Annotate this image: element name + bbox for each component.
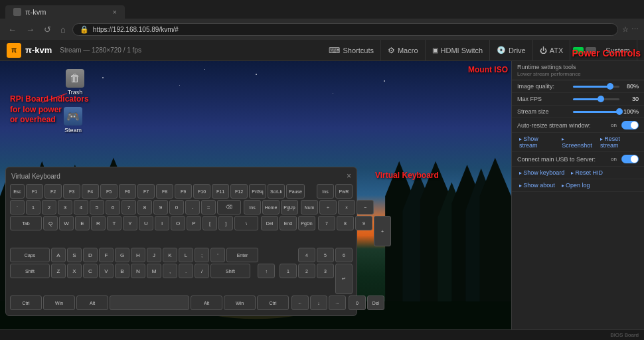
key-k[interactable]: K xyxy=(163,248,177,262)
key-2[interactable]: 2 xyxy=(42,200,56,214)
key-5[interactable]: 5 xyxy=(90,200,104,214)
key-j[interactable]: J xyxy=(147,248,161,262)
key-8[interactable]: 8 xyxy=(137,200,152,214)
key-lshift[interactable]: Shift xyxy=(10,264,50,278)
home-button[interactable]: ⌂ xyxy=(58,23,68,36)
key-num4[interactable]: 4 xyxy=(298,248,315,262)
nav-drive[interactable]: 💿 Drive xyxy=(490,40,533,61)
steam-icon-desktop[interactable]: 🎮 Steam xyxy=(61,104,85,136)
max-fps-slider[interactable] xyxy=(573,98,619,100)
key-f3[interactable]: F3 xyxy=(63,184,80,199)
key-g[interactable]: G xyxy=(115,248,129,262)
key-rctrl[interactable]: Ctrl xyxy=(257,296,289,310)
key-w[interactable]: W xyxy=(59,216,74,230)
key-l[interactable]: L xyxy=(179,248,193,262)
key-ins2[interactable]: Ins xyxy=(244,200,261,214)
key-0[interactable]: 0 xyxy=(169,200,184,214)
image-quality-slider[interactable] xyxy=(573,86,619,88)
key-num1[interactable]: 1 xyxy=(280,264,297,278)
key-u[interactable]: U xyxy=(139,216,153,230)
key-rwin[interactable]: Win xyxy=(224,296,256,310)
key-e[interactable]: E xyxy=(75,216,90,230)
key-pwr[interactable]: PwR xyxy=(335,184,353,199)
key-backtick[interactable]: ` xyxy=(10,200,25,214)
key-z[interactable]: Z xyxy=(51,264,66,278)
key-num6[interactable]: 6 xyxy=(335,248,353,262)
key-f9[interactable]: F9 xyxy=(175,184,192,199)
key-pgup[interactable]: PgUp xyxy=(281,200,298,214)
key-numlock[interactable]: Num xyxy=(301,200,318,214)
key-scrlk[interactable]: ScrLk xyxy=(268,184,285,199)
key-f8[interactable]: F8 xyxy=(156,184,173,199)
key-num3[interactable]: 3 xyxy=(317,264,334,278)
open-log-link[interactable]: Open log xyxy=(560,181,592,189)
key-c[interactable]: C xyxy=(83,264,98,278)
menu-icon[interactable]: ⋯ xyxy=(631,25,639,34)
key-f7[interactable]: F7 xyxy=(137,184,155,199)
key-lalt[interactable]: Alt xyxy=(76,296,108,310)
nav-macro[interactable]: ⚙ Macro xyxy=(381,40,426,61)
key-down[interactable]: ↓ xyxy=(310,296,327,310)
key-esc[interactable]: Esc xyxy=(10,184,25,199)
browser-tab[interactable]: π-kvm × xyxy=(5,5,125,19)
key-up[interactable]: ↑ xyxy=(258,264,275,278)
key-o[interactable]: O xyxy=(171,216,185,230)
key-del[interactable]: Del xyxy=(261,216,278,230)
key-quote[interactable]: ' xyxy=(210,248,225,262)
key-num0[interactable]: 0 xyxy=(349,296,366,310)
key-3[interactable]: 3 xyxy=(58,200,72,214)
key-9[interactable]: 9 xyxy=(153,200,168,214)
key-lctrl[interactable]: Ctrl xyxy=(10,296,42,310)
stream-size-thumb[interactable] xyxy=(616,108,623,115)
key-ralt[interactable]: Alt xyxy=(191,296,222,310)
key-home[interactable]: Home xyxy=(262,200,280,214)
key-pgdn[interactable]: PgDn xyxy=(298,216,315,230)
key-7[interactable]: 7 xyxy=(121,200,136,214)
trash-icon-desktop[interactable]: 🗑 Trash xyxy=(63,66,87,98)
key-numenter[interactable]: ↵ xyxy=(335,264,353,294)
key-slash[interactable]: / xyxy=(195,264,209,278)
key-f4[interactable]: F4 xyxy=(82,184,99,199)
address-bar[interactable]: 🔒 https://192.168.105.89/kvm/# xyxy=(72,23,618,36)
image-quality-thumb[interactable] xyxy=(607,83,613,90)
key-f6[interactable]: F6 xyxy=(119,184,136,199)
stream-size-slider[interactable] xyxy=(573,111,619,113)
key-backspace[interactable]: ⌫ xyxy=(217,200,241,214)
key-nummul[interactable]: × xyxy=(338,200,355,214)
key-space[interactable] xyxy=(110,296,189,310)
key-equals[interactable]: = xyxy=(201,200,216,214)
key-capslock[interactable]: Caps xyxy=(10,248,50,262)
key-6[interactable]: 6 xyxy=(106,200,120,214)
key-enter[interactable]: Enter xyxy=(226,248,258,262)
show-stream-link[interactable]: Show stream xyxy=(517,135,557,149)
reset-stream-link[interactable]: Reset stream xyxy=(598,135,639,149)
key-numminus[interactable]: − xyxy=(357,200,374,214)
key-r[interactable]: R xyxy=(91,216,106,230)
key-y[interactable]: Y xyxy=(123,216,137,230)
key-d[interactable]: D xyxy=(83,248,98,262)
key-f2[interactable]: F2 xyxy=(44,184,62,199)
key-4[interactable]: 4 xyxy=(74,200,88,214)
key-t[interactable]: T xyxy=(107,216,121,230)
key-f[interactable]: F xyxy=(99,248,114,262)
key-i[interactable]: I xyxy=(155,216,169,230)
nav-atx[interactable]: ⏻ ATX xyxy=(533,40,571,61)
key-period[interactable]: . xyxy=(179,264,193,278)
key-right[interactable]: → xyxy=(329,296,346,310)
key-num2[interactable]: 2 xyxy=(298,264,315,278)
vk-close-button[interactable]: × xyxy=(347,171,351,181)
key-semicolon[interactable]: ; xyxy=(195,248,209,262)
key-num9[interactable]: 9 xyxy=(355,216,372,230)
key-f1[interactable]: F1 xyxy=(26,184,43,199)
key-1[interactable]: 1 xyxy=(26,200,40,214)
nav-system[interactable]: System xyxy=(599,40,637,61)
key-prtsc[interactable]: PrtSq xyxy=(249,184,266,199)
key-a[interactable]: A xyxy=(51,248,66,262)
screenshot-link[interactable]: Screenshot xyxy=(560,135,596,149)
key-n[interactable]: N xyxy=(131,264,145,278)
key-rbracket[interactable]: ] xyxy=(218,216,233,230)
connect-usb-toggle[interactable] xyxy=(621,155,639,163)
nav-hdmi-switch[interactable]: ▣ HDMI Switch xyxy=(426,40,491,61)
key-left[interactable]: ← xyxy=(291,296,309,310)
key-v[interactable]: V xyxy=(99,264,114,278)
